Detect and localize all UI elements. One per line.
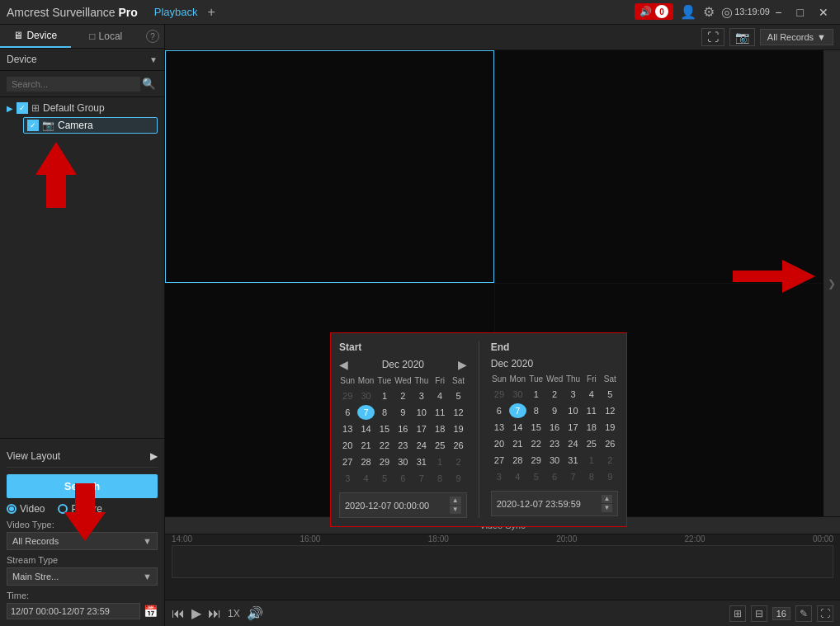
cal-day[interactable]: 8: [583, 469, 600, 484]
start-time-down[interactable]: ▼: [450, 506, 461, 514]
cal-day[interactable]: 31: [564, 453, 581, 468]
cal-day[interactable]: 14: [357, 421, 374, 436]
start-time-up[interactable]: ▲: [450, 497, 461, 505]
cal-day[interactable]: 8: [376, 405, 393, 420]
cal-day[interactable]: 7: [564, 469, 581, 484]
start-next-month[interactable]: ▶: [458, 358, 467, 371]
cal-day[interactable]: 31: [413, 454, 430, 469]
grid-4-button[interactable]: ⊟: [751, 605, 767, 622]
cal-day[interactable]: 29: [339, 388, 356, 403]
cal-day[interactable]: 9: [394, 405, 411, 420]
minimize-button[interactable]: −: [770, 4, 786, 21]
cal-day[interactable]: 18: [583, 420, 600, 435]
cal-day[interactable]: 11: [583, 403, 600, 418]
settings-icon[interactable]: ⚙: [703, 4, 715, 20]
grid-16-button[interactable]: 16: [772, 607, 790, 620]
cal-day[interactable]: 13: [339, 421, 356, 436]
cal-day[interactable]: 3: [339, 471, 356, 486]
cal-day[interactable]: 3: [564, 387, 581, 402]
fast-forward-button[interactable]: ⏭: [208, 606, 221, 621]
cal-day[interactable]: 23: [546, 436, 563, 451]
cal-day[interactable]: 29: [528, 453, 545, 468]
maximize-button[interactable]: □: [792, 4, 809, 21]
cal-day[interactable]: 9: [602, 469, 618, 484]
cal-day[interactable]: 12: [602, 403, 618, 418]
edit-button[interactable]: ✎: [795, 605, 812, 622]
cal-day[interactable]: 6: [394, 471, 411, 486]
cal-day[interactable]: 8: [432, 471, 448, 486]
cal-day[interactable]: 13: [491, 420, 507, 435]
cal-day[interactable]: 4: [583, 387, 600, 402]
cal-day[interactable]: 27: [491, 453, 507, 468]
cal-day[interactable]: 30: [394, 454, 411, 469]
cal-day[interactable]: 1: [376, 388, 393, 403]
cal-day[interactable]: 29: [376, 454, 393, 469]
cal-day[interactable]: 23: [394, 438, 411, 453]
tab-local[interactable]: □ Local: [71, 25, 142, 48]
cal-day[interactable]: 11: [432, 405, 448, 420]
search-icon-button[interactable]: 🔍: [140, 76, 158, 92]
tab-device[interactable]: 🖥 Device: [0, 25, 71, 48]
cal-day[interactable]: 9: [450, 471, 466, 486]
cal-day[interactable]: 16: [546, 420, 563, 435]
cal-day[interactable]: 1: [432, 454, 448, 469]
mute-button[interactable]: 🔊: [247, 605, 263, 621]
cal-day[interactable]: 22: [528, 436, 545, 451]
cal-day[interactable]: 1: [528, 387, 545, 402]
tree-default-group[interactable]: ▶ ⊞ Default Group: [7, 102, 158, 114]
cal-day[interactable]: 19: [450, 421, 466, 436]
screenshot-button[interactable]: 📷: [729, 28, 755, 46]
stream-type-select[interactable]: Main Stre... ▼: [7, 567, 158, 586]
timeline-ruler[interactable]: [172, 545, 833, 578]
cal-day[interactable]: 30: [357, 388, 374, 403]
cal-day[interactable]: 4: [432, 388, 448, 403]
cal-day[interactable]: 6: [491, 403, 507, 418]
cal-day[interactable]: 3: [491, 469, 507, 484]
time-input[interactable]: 12/07 00:00-12/07 23:59: [7, 603, 140, 619]
start-time-input[interactable]: [345, 501, 436, 511]
cal-day[interactable]: 20: [491, 436, 507, 451]
cal-day[interactable]: 5: [528, 469, 545, 484]
cal-day[interactable]: 24: [413, 438, 430, 453]
cal-day[interactable]: 20: [339, 438, 356, 453]
search-button[interactable]: Search: [7, 474, 158, 498]
cal-day[interactable]: 3: [413, 388, 430, 403]
cal-day[interactable]: 2: [450, 454, 466, 469]
cal-day[interactable]: 30: [509, 387, 526, 402]
cal-day[interactable]: 15: [528, 420, 545, 435]
cal-day[interactable]: 16: [394, 421, 411, 436]
cal-day[interactable]: 18: [432, 421, 448, 436]
cal-day[interactable]: 1: [583, 453, 600, 468]
volume-control[interactable]: 🔊 0: [635, 3, 673, 20]
video-type-select[interactable]: All Records ▼: [7, 532, 158, 550]
cal-day[interactable]: 17: [413, 421, 430, 436]
rewind-button[interactable]: ⏮: [172, 606, 185, 621]
cal-day[interactable]: 21: [509, 436, 526, 451]
cal-day[interactable]: 5: [450, 388, 466, 403]
fullscreen-button[interactable]: ⛶: [701, 28, 724, 46]
help-button[interactable]: ?: [146, 30, 159, 43]
cal-day[interactable]: 24: [564, 436, 581, 451]
cal-day-selected[interactable]: 7: [509, 403, 526, 418]
cal-day[interactable]: 4: [357, 471, 374, 486]
network-icon[interactable]: ◎: [721, 4, 733, 20]
cal-day[interactable]: 15: [376, 421, 393, 436]
close-button[interactable]: ✕: [814, 4, 833, 21]
cal-day[interactable]: 26: [602, 436, 618, 451]
cal-day[interactable]: 2: [546, 387, 563, 402]
play-button[interactable]: ▶: [191, 605, 201, 621]
end-time-input[interactable]: [497, 499, 588, 509]
video-panel-1[interactable]: [165, 50, 494, 283]
cal-day[interactable]: 21: [357, 438, 374, 453]
cal-day-selected[interactable]: 7: [357, 405, 374, 420]
cal-day[interactable]: 6: [339, 405, 356, 420]
cal-day[interactable]: 28: [509, 453, 526, 468]
video-panel-2[interactable]: [495, 50, 824, 283]
add-tab-button[interactable]: +: [207, 5, 215, 20]
cal-day[interactable]: 6: [546, 469, 563, 484]
user-icon[interactable]: 👤: [680, 4, 696, 20]
cal-day[interactable]: 29: [491, 387, 507, 402]
fullscreen-btn[interactable]: ⛶: [817, 605, 833, 622]
calendar-icon[interactable]: 📅: [144, 605, 158, 618]
picture-radio[interactable]: Picture: [58, 503, 101, 515]
